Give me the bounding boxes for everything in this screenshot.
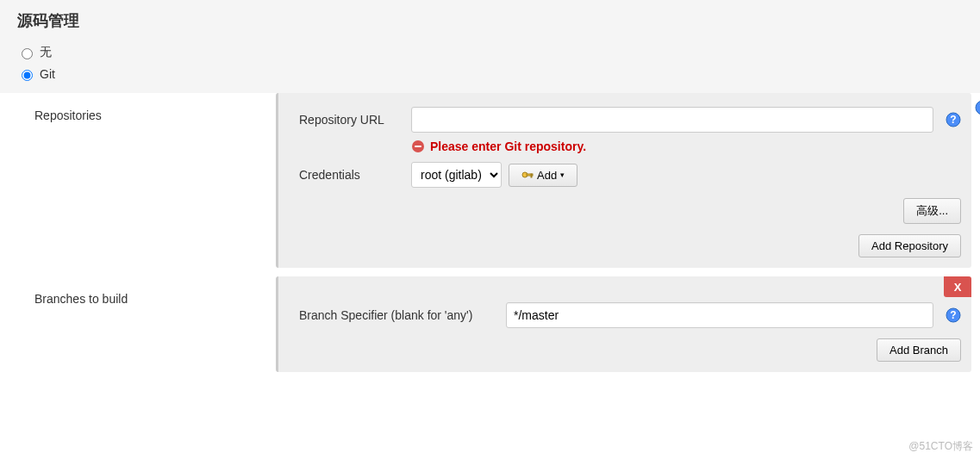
git-config-area: Repositories ? Repository URL ? Please e… (0, 93, 980, 389)
repositories-label: Repositories (34, 93, 267, 122)
help-icon[interactable]: ? (946, 112, 961, 127)
scm-selector: 无 Git (0, 38, 980, 93)
add-branch-button[interactable]: Add Branch (877, 338, 961, 362)
scm-git-option[interactable]: Git (17, 64, 963, 84)
svg-text:?: ? (950, 309, 956, 321)
branches-panel: X Branch Specifier (blank for 'any') ? A… (276, 276, 971, 372)
branch-specifier-row: Branch Specifier (blank for 'any') ? (299, 302, 961, 328)
dropdown-caret-icon: ▾ (560, 171, 565, 179)
svg-text:?: ? (950, 114, 956, 126)
repositories-row: Repositories ? Repository URL ? Please e… (34, 93, 971, 268)
scm-git-label: Git (40, 67, 55, 81)
delete-branch-button[interactable]: X (944, 276, 971, 297)
repo-url-error-text: Please enter Git repository. (430, 140, 586, 153)
credentials-label: Credentials (299, 168, 411, 182)
repositories-panel: ? Repository URL ? Please enter Git repo… (276, 93, 971, 268)
svg-rect-5 (415, 146, 421, 147)
credentials-select[interactable]: root (gitlab) (411, 162, 502, 188)
repo-url-label: Repository URL (299, 113, 411, 127)
advanced-button[interactable]: 高级... (903, 198, 961, 224)
scm-none-option[interactable]: 无 (17, 41, 963, 64)
credentials-row: Credentials root (gitlab) Add ▾ (299, 162, 961, 188)
branches-label: Branches to build (34, 276, 267, 306)
branch-specifier-input[interactable] (506, 302, 933, 328)
scm-git-radio[interactable] (22, 70, 33, 81)
help-icon[interactable]: ? (946, 307, 961, 323)
error-icon (411, 140, 425, 153)
svg-rect-8 (531, 174, 532, 177)
repo-url-input[interactable] (411, 107, 933, 133)
help-icon[interactable]: ? (975, 100, 980, 115)
section-title: 源码管理 (0, 0, 980, 38)
scm-none-radio[interactable] (22, 48, 33, 59)
add-repository-button[interactable]: Add Repository (858, 234, 961, 257)
add-credentials-button[interactable]: Add ▾ (509, 164, 577, 187)
branches-row: Branches to build X Branch Specifier (bl… (34, 276, 971, 372)
add-credentials-label: Add (537, 169, 557, 182)
repo-url-row: Repository URL ? (299, 107, 961, 133)
repo-url-error: Please enter Git repository. (411, 140, 961, 153)
scm-none-label: 无 (40, 45, 52, 60)
key-icon (521, 169, 534, 181)
branch-specifier-label: Branch Specifier (blank for 'any') (299, 308, 506, 322)
